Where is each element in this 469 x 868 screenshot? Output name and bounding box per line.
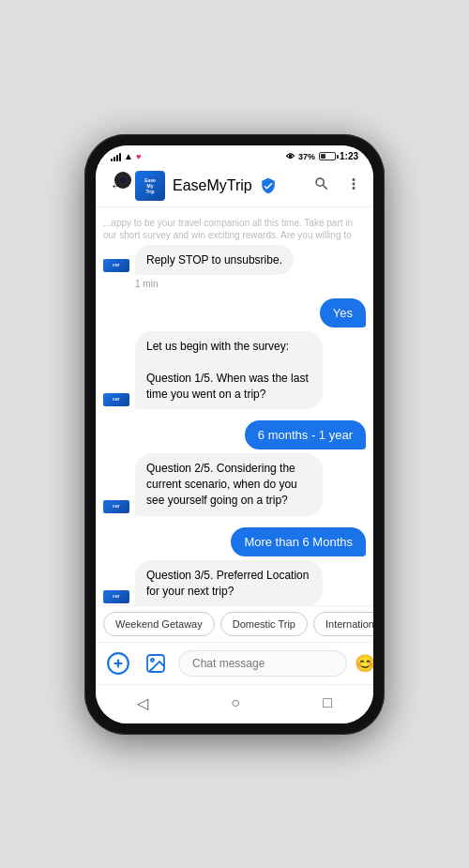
phone-screen: ▲ ♥ 👁 37% 1:23 ← EaseMyTrip EaseMyTrip	[96, 145, 373, 723]
bot-avatar-q2: EMT	[103, 497, 129, 516]
bot-logo: EMT	[103, 259, 129, 272]
partial-message: ...appy to be your travel companion all …	[96, 215, 373, 243]
user-row-more6months: More than 6 Months	[96, 525, 373, 558]
message-group-q3: EMT Question 3/5. Preferred Location for…	[96, 558, 373, 605]
bot-bubble-stop: Reply STOP to unsubsribe.	[135, 245, 294, 276]
bot-logo-q3: EMT	[103, 590, 129, 603]
bot-row-q2: EMT Question 2/5. Considering the curren…	[96, 451, 373, 517]
bot-logo-q1: EMT	[103, 393, 129, 406]
timestamp-stop: 1 min	[96, 279, 373, 289]
bot-bubble-q3: Question 3/5. Preferred Location for you…	[135, 560, 323, 605]
nav-back-button[interactable]: ◁	[122, 691, 163, 716]
nav-home-button[interactable]: ○	[216, 691, 255, 715]
svg-point-4	[151, 659, 154, 662]
status-bar: ▲ ♥ 👁 37% 1:23	[96, 145, 373, 166]
wifi-icon: ▲	[124, 151, 133, 161]
eye-icon: 👁	[286, 152, 295, 161]
signal-bars-icon	[111, 152, 121, 161]
camera-dot	[118, 175, 128, 185]
status-time: 1:23	[340, 151, 358, 161]
phone-frame: ▲ ♥ 👁 37% 1:23 ← EaseMyTrip EaseMyTrip	[84, 134, 385, 735]
contact-info: EaseMyTrip EaseMyTrip	[135, 171, 310, 201]
more-options-button[interactable]	[341, 172, 366, 200]
search-button[interactable]	[310, 172, 334, 200]
user-bubble-6months: 6 months - 1 year	[245, 420, 366, 449]
app-bar: ← EaseMyTrip EaseMyTrip	[96, 166, 373, 207]
contact-logo: EaseMyTrip	[135, 171, 165, 201]
user-bubble-more6months: More than 6 Months	[231, 527, 366, 556]
user-row-6months: 6 months - 1 year	[96, 419, 373, 451]
user-bubble-yes: Yes	[320, 298, 366, 327]
chip-weekend-getaway[interactable]: Weekend Getaway	[103, 612, 215, 636]
camera-notch	[114, 172, 131, 189]
add-button[interactable]	[103, 648, 133, 678]
bot-row-q1: EMT Let us begin with the survey:Questio…	[96, 329, 373, 411]
user-row-yes: Yes	[96, 297, 373, 329]
battery-icon	[319, 152, 336, 160]
image-button[interactable]	[141, 648, 171, 678]
app-bar-actions	[310, 172, 366, 200]
chip-international[interactable]: International	[313, 612, 373, 636]
message-group-q1: EMT Let us begin with the survey:Questio…	[96, 329, 373, 411]
quick-replies: Weekend Getaway Domestic Trip Internatio…	[96, 605, 373, 642]
chip-domestic-trip[interactable]: Domestic Trip	[220, 612, 308, 636]
emoji-button[interactable]: 😊	[355, 653, 373, 674]
nav-bar: ◁ ○ □	[96, 684, 373, 723]
health-icon: ♥	[136, 152, 141, 161]
bot-avatar-q3: EMT	[103, 587, 129, 604]
verified-icon	[260, 177, 277, 194]
bot-row-stop: EMT Reply STOP to unsubsribe.	[96, 243, 373, 278]
bot-logo-q2: EMT	[103, 500, 129, 513]
nav-recents-button[interactable]: □	[308, 691, 347, 715]
input-bar: 😊 🎤	[96, 642, 373, 684]
logo-text: EaseMyTrip	[144, 177, 156, 194]
bot-avatar-q1: EMT	[103, 390, 129, 409]
chat-area: ...appy to be your travel companion all …	[96, 207, 373, 605]
contact-name: EaseMyTrip	[173, 177, 252, 194]
message-group-stop: EMT Reply STOP to unsubsribe. 1 min	[96, 243, 373, 290]
chat-input[interactable]	[178, 650, 347, 677]
bot-bubble-q1: Let us begin with the survey:Question 1/…	[135, 331, 323, 409]
status-left: ▲ ♥	[111, 151, 141, 161]
message-group-q2: EMT Question 2/5. Considering the curren…	[96, 451, 373, 517]
status-right: 👁 37% 1:23	[286, 151, 358, 161]
bot-row-q3: EMT Question 3/5. Preferred Location for…	[96, 558, 373, 605]
bot-bubble-q2: Question 2/5. Considering the current sc…	[135, 453, 323, 515]
bot-avatar: EMT	[103, 256, 129, 275]
battery-percent: 37%	[298, 152, 315, 161]
